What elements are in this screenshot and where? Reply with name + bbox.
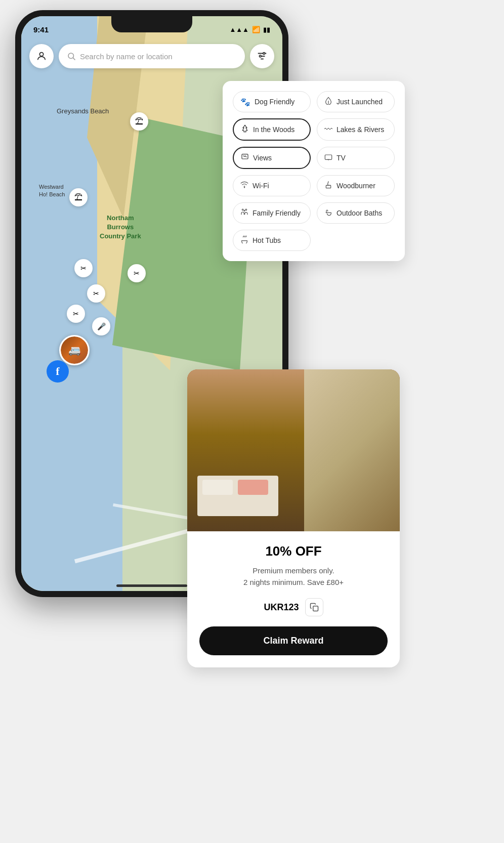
property-image-inner — [187, 369, 400, 531]
svg-point-6 — [263, 53, 265, 55]
filter-chip-label-wifi: Wi-Fi — [253, 182, 269, 190]
svg-point-7 — [260, 55, 262, 57]
filter-chip-hot-tubs[interactable]: Hot Tubs — [233, 230, 311, 251]
search-bar-container: Search by name or location — [29, 44, 274, 68]
map-label-beach: Greysands Beach — [57, 107, 109, 115]
discount-desc-line1: Premium members only. — [253, 566, 334, 575]
property-content: 10% OFF Premium members only. 2 nights m… — [187, 531, 400, 667]
filter-chip-in-the-woods[interactable]: In the Woods — [233, 118, 311, 141]
map-pin-anchor2[interactable]: ✂ — [87, 284, 105, 303]
views-icon — [241, 153, 249, 163]
filter-chip-label-views: Views — [253, 154, 272, 162]
filter-chip-label-woodburner: Woodburner — [337, 182, 375, 190]
lakes-icon: 〰 — [324, 125, 332, 134]
baths-icon — [324, 208, 332, 218]
map-pin-anchor1[interactable]: ✂ — [74, 259, 93, 277]
claim-reward-button[interactable]: Claim Reward — [199, 626, 388, 655]
discount-badge: 10% OFF — [199, 543, 388, 559]
filter-chip-label-woods: In the Woods — [253, 125, 295, 134]
battery-icon: ▮▮ — [263, 26, 270, 33]
copy-icon — [310, 603, 319, 612]
search-placeholder: Search by name or location — [80, 52, 173, 61]
svg-rect-18 — [313, 606, 318, 611]
map-pin-anchor4[interactable]: ✂ — [128, 264, 146, 282]
profile-button[interactable] — [29, 44, 54, 68]
filter-button[interactable] — [250, 44, 274, 68]
svg-rect-13 — [326, 185, 330, 188]
filter-dropdown: 🐾 Dog Friendly Just Launched In the Wood… — [223, 81, 405, 261]
status-bar: 9:41 ▲▲▲ 📶 ▮▮ — [21, 16, 282, 38]
filter-chip-views[interactable]: Views — [233, 147, 311, 169]
filter-chip-label-lakes: Lakes & Rivers — [337, 125, 384, 134]
coupon-row: UKR123 — [199, 598, 388, 616]
family-icon — [240, 208, 248, 218]
woods-icon — [241, 124, 249, 135]
status-time: 9:41 — [33, 25, 49, 34]
filter-icon — [257, 51, 268, 62]
coupon-code: UKR123 — [264, 602, 299, 613]
status-icons: ▲▲▲ 📶 ▮▮ — [229, 26, 270, 33]
search-bar[interactable]: Search by name or location — [59, 44, 245, 68]
map-pin-photo[interactable]: 🚐 — [59, 335, 90, 365]
woodburner-icon — [324, 181, 332, 191]
map-label-park: NorthamBurrowsCountry Park — [100, 214, 141, 241]
discount-description: Premium members only. 2 nights minimum. … — [199, 565, 388, 588]
svg-line-2 — [73, 58, 75, 60]
filter-chip-dog-friendly[interactable]: 🐾 Dog Friendly — [233, 91, 311, 112]
filter-chip-wifi[interactable]: Wi-Fi — [233, 175, 311, 196]
cabin-pillow-2 — [238, 480, 268, 495]
svg-rect-9 — [325, 155, 331, 159]
filter-chip-label-dog: Dog Friendly — [255, 98, 295, 106]
filter-chip-label-baths: Outdoor Baths — [337, 209, 382, 217]
cabin-left — [187, 369, 304, 531]
filter-chip-tv[interactable]: TV — [317, 147, 395, 169]
copy-button[interactable] — [305, 598, 323, 616]
map-pin-beach2[interactable]: ⛱ — [69, 188, 88, 206]
filter-chip-label-family: Family Friendly — [253, 209, 301, 217]
dog-icon: 🐾 — [240, 97, 250, 107]
svg-point-15 — [242, 209, 243, 210]
svg-rect-8 — [242, 154, 248, 159]
cabin-right — [304, 369, 400, 531]
filter-chip-family-friendly[interactable]: Family Friendly — [233, 202, 311, 224]
hot-tubs-icon — [240, 235, 248, 245]
signal-icon: ▲▲▲ — [229, 26, 249, 33]
wifi-icon: 📶 — [252, 26, 260, 33]
cabin-pillow-1 — [202, 480, 233, 495]
filter-chip-label-tv: TV — [337, 154, 346, 162]
filter-chip-woodburner[interactable]: Woodburner — [317, 175, 395, 196]
svg-point-0 — [39, 53, 43, 56]
filter-chip-label-hot-tubs: Hot Tubs — [253, 236, 281, 244]
map-pin-facebook[interactable]: f — [47, 360, 69, 383]
svg-point-16 — [245, 209, 247, 210]
discount-desc-line2: 2 nights minimum. Save £80+ — [243, 578, 344, 586]
search-icon — [67, 52, 76, 61]
svg-point-17 — [244, 210, 245, 211]
home-indicator — [116, 584, 187, 587]
filter-chip-lakes-rivers[interactable]: 〰 Lakes & Rivers — [317, 118, 395, 141]
map-pin-photo-inner: 🚐 — [61, 336, 88, 364]
property-card: 10% OFF Premium members only. 2 nights m… — [187, 369, 400, 667]
svg-point-12 — [244, 187, 244, 188]
cabin-bed — [197, 476, 278, 516]
launched-icon — [324, 97, 332, 107]
map-label-westward: WestwardHo! Beach — [39, 183, 65, 199]
filter-chip-label-launched: Just Launched — [337, 98, 383, 106]
filter-chip-just-launched[interactable]: Just Launched — [317, 91, 395, 112]
map-pin-anchor3[interactable]: ✂ — [67, 305, 85, 323]
tv-icon — [324, 153, 332, 163]
svg-point-1 — [68, 53, 74, 59]
map-pin-mic[interactable]: 🎤 — [92, 317, 110, 335]
wifi-filter-icon — [240, 181, 248, 191]
property-image — [187, 369, 400, 531]
map-pin-beach1[interactable]: ⛱ — [130, 112, 148, 131]
filter-chip-outdoor-baths[interactable]: Outdoor Baths — [317, 202, 395, 224]
